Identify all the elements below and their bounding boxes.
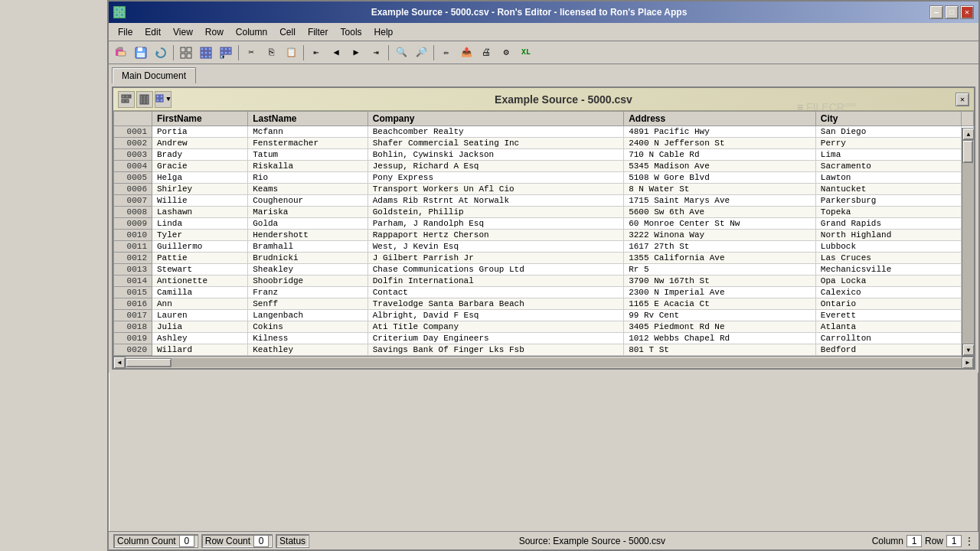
cell-first[interactable]: Andrew (152, 138, 248, 149)
cell-company[interactable]: Adams Rib Rstrnt At Norwalk (368, 195, 623, 207)
cell-address[interactable]: 801 T St (624, 344, 816, 356)
cell-first[interactable]: Lashawn (152, 207, 248, 218)
cell-first[interactable]: Ashley (152, 333, 248, 344)
inner-close-button[interactable]: ✕ (956, 93, 969, 106)
close-button[interactable]: ✕ (960, 5, 974, 19)
cell-last[interactable]: Sheakley (248, 264, 368, 276)
nav-prev-button[interactable]: ◀ (327, 44, 345, 62)
cell-company[interactable]: Dolfin International (368, 276, 623, 287)
grid-scroll-area[interactable]: FirstName LastName Company Address City … (113, 111, 974, 356)
export-button[interactable]: 📤 (457, 44, 475, 62)
cell-last[interactable]: Kilness (248, 333, 368, 344)
cell-company[interactable]: Shafer Commercial Seating Inc (368, 138, 623, 149)
tab-main-document[interactable]: Main Document (112, 67, 196, 83)
cell-first[interactable]: Tyler (152, 230, 248, 241)
cell-city[interactable]: Grand Rapids (815, 218, 961, 230)
table-row[interactable]: 0013StewartSheakleyChase Communications … (114, 264, 974, 276)
cell-last[interactable]: Keathley (248, 344, 368, 356)
menu-file[interactable]: File (112, 25, 139, 39)
cell-city[interactable]: Sacramento (815, 161, 961, 172)
nav-last-button[interactable]: ⇥ (367, 44, 385, 62)
cell-first[interactable]: Portia (152, 126, 248, 138)
cell-address[interactable]: 3790 Nw 167th St (624, 276, 816, 287)
nav-next-button[interactable]: ▶ (347, 44, 365, 62)
cell-address[interactable]: 8 N Water St (624, 184, 816, 195)
col-header-firstname[interactable]: FirstName (152, 112, 248, 126)
resize-handle[interactable]: ⋮ (965, 536, 974, 546)
search-replace-button[interactable]: 🔎 (412, 44, 430, 62)
scroll-up-button[interactable]: ▲ (962, 128, 974, 140)
cell-city[interactable]: Lawton (815, 172, 961, 184)
cell-last[interactable]: Golda (248, 218, 368, 230)
menu-help[interactable]: Help (368, 25, 400, 39)
cell-city[interactable]: Nantucket (815, 184, 961, 195)
table-row[interactable]: 0015CamillaFranzContact2300 N Imperial A… (114, 287, 974, 298)
cell-address[interactable]: 710 N Cable Rd (624, 149, 816, 161)
cell-company[interactable]: Goldstein, Phillip (368, 207, 623, 218)
menu-column[interactable]: Column (230, 25, 273, 39)
cell-address[interactable]: 3222 Winona Way (624, 230, 816, 241)
cell-company[interactable]: Criterium Day Engineers (368, 333, 623, 344)
copy-button[interactable]: ⎘ (262, 44, 280, 62)
cell-last[interactable]: Cokins (248, 321, 368, 333)
menu-edit[interactable]: Edit (139, 25, 167, 39)
grid-edit-button[interactable]: ▼ (217, 44, 235, 62)
cell-city[interactable]: Mechanicsville (815, 264, 961, 276)
scroll-right-button[interactable]: ▶ (962, 357, 974, 369)
menu-filter[interactable]: Filter (302, 25, 335, 39)
cell-last[interactable]: Bramhall (248, 241, 368, 253)
table-row[interactable]: 0012PattieBrudnickiJ Gilbert Parrish Jr1… (114, 253, 974, 264)
cell-company[interactable]: Parham, J Randolph Esq (368, 218, 623, 230)
scroll-down-button[interactable]: ▼ (962, 344, 974, 356)
cell-last[interactable]: Coughenour (248, 195, 368, 207)
menu-cell[interactable]: Cell (273, 25, 302, 39)
tools-button[interactable]: ⚙ (497, 44, 515, 62)
cell-address[interactable]: 3405 Piedmont Rd Ne (624, 321, 816, 333)
cell-first[interactable]: Brady (152, 149, 248, 161)
cell-first[interactable]: Linda (152, 218, 248, 230)
cell-company[interactable]: Chase Communications Group Ltd (368, 264, 623, 276)
inner-grid-btn-1[interactable] (118, 91, 135, 108)
cell-company[interactable]: Savings Bank Of Finger Lks Fsb (368, 344, 623, 356)
edit-mode-button[interactable]: ✏ (437, 44, 456, 62)
cell-first[interactable]: Antionette (152, 276, 248, 287)
cell-city[interactable]: Carrollton (815, 333, 961, 344)
excel-button[interactable]: XL (517, 44, 535, 62)
cell-last[interactable]: Keams (248, 184, 368, 195)
cell-first[interactable]: Ann (152, 298, 248, 310)
save-button[interactable] (132, 44, 150, 62)
col-header-city[interactable]: City (815, 112, 961, 126)
cell-first[interactable]: Willie (152, 195, 248, 207)
cell-city[interactable]: Ontario (815, 298, 961, 310)
cell-last[interactable]: Hendershott (248, 230, 368, 241)
cell-company[interactable]: Rappaport Hertz Cherson (368, 230, 623, 241)
table-row[interactable]: 0007WillieCoughenourAdams Rib Rstrnt At … (114, 195, 974, 207)
cell-first[interactable]: Julia (152, 321, 248, 333)
col-header-lastname[interactable]: LastName (248, 112, 368, 126)
refresh-button[interactable] (152, 44, 170, 62)
cell-first[interactable]: Camilla (152, 287, 248, 298)
cell-company[interactable]: Albright, David F Esq (368, 310, 623, 321)
table-row[interactable]: 0018JuliaCokinsAti Title Company3405 Pie… (114, 321, 974, 333)
cell-address[interactable]: 5345 Madison Ave (624, 161, 816, 172)
cell-first[interactable]: Guillermo (152, 241, 248, 253)
cell-company[interactable]: Pony Express (368, 172, 623, 184)
cell-address[interactable]: 60 Monroe Center St Nw (624, 218, 816, 230)
cell-city[interactable]: San Diego (815, 126, 961, 138)
cell-first[interactable]: Stewart (152, 264, 248, 276)
cell-address[interactable]: 5108 W Gore Blvd (624, 172, 816, 184)
table-row[interactable]: 0019AshleyKilnessCriterium Day Engineers… (114, 333, 974, 344)
cell-city[interactable]: Calexico (815, 287, 961, 298)
cell-city[interactable]: Bedford (815, 344, 961, 356)
cell-last[interactable]: Mcfann (248, 126, 368, 138)
scroll-thumb-h[interactable] (126, 358, 172, 367)
cell-address[interactable]: 2300 N Imperial Ave (624, 287, 816, 298)
cell-city[interactable]: Opa Locka (815, 276, 961, 287)
cell-first[interactable]: Gracie (152, 161, 248, 172)
table-row[interactable]: 0002AndrewFenstermacherShafer Commercial… (114, 138, 974, 149)
menu-row[interactable]: Row (199, 25, 230, 39)
cell-company[interactable]: Ati Title Company (368, 321, 623, 333)
grid-add-button[interactable] (177, 44, 195, 62)
print-button[interactable]: 🖨 (477, 44, 495, 62)
cell-company[interactable]: Bohlin, Cywinski Jackson (368, 149, 623, 161)
